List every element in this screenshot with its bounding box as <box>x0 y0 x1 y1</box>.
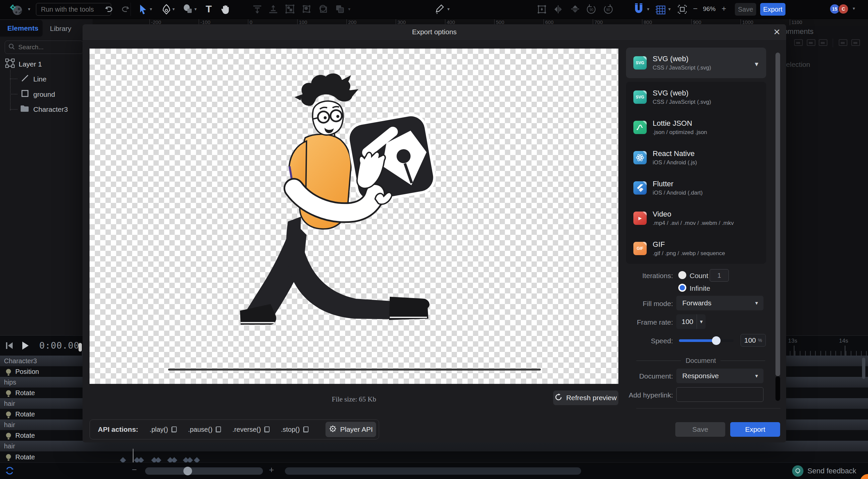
snapping-chevron-icon[interactable]: ▾ <box>647 7 649 11</box>
document-value: Responsive <box>682 372 719 380</box>
pen-tool-icon[interactable] <box>162 4 171 14</box>
distribute-icon[interactable] <box>839 39 847 46</box>
fit-to-screen-icon[interactable] <box>677 4 688 14</box>
pencil-tool-icon[interactable] <box>435 4 445 14</box>
tab-elements[interactable]: Elements <box>0 20 42 37</box>
zoom-level[interactable]: 96% <box>703 5 716 13</box>
layer-search[interactable] <box>5 40 83 54</box>
copy-icon[interactable] <box>172 426 177 433</box>
transform-frame-icon[interactable] <box>536 4 547 14</box>
close-icon[interactable]: × <box>773 25 780 38</box>
app-logo-icon[interactable] <box>9 4 25 16</box>
zoom-in-button[interactable]: + <box>721 5 726 13</box>
skip-to-start-icon[interactable] <box>5 342 13 351</box>
snapping-magnet-icon[interactable] <box>633 3 644 15</box>
zoom-out-button[interactable]: − <box>693 5 698 13</box>
hand-tool-icon[interactable] <box>220 4 230 14</box>
logo-dropdown-chevron-icon[interactable]: ▾ <box>28 7 30 11</box>
modal-scrollbar-thumb[interactable] <box>775 376 780 401</box>
timeline-zoom-out[interactable]: − <box>132 466 137 474</box>
timeline-zoom-slider[interactable] <box>145 467 263 475</box>
boolean-ops-icon[interactable] <box>335 4 345 14</box>
undo-icon[interactable] <box>104 4 114 13</box>
save-button-modal[interactable]: Save <box>675 422 725 437</box>
pen-tool-chevron-icon[interactable]: ▾ <box>173 7 175 11</box>
format-subtitle: .gif / .png / .webp / sequence <box>653 250 725 257</box>
stopwatch-icon[interactable] <box>79 343 82 352</box>
flip-horizontal-icon[interactable] <box>553 4 563 14</box>
modal-scrollbar[interactable] <box>775 53 780 376</box>
format-dropdown-selected[interactable]: SVG SVG (web) CSS / JavaScript (.svg) ▼ <box>626 47 766 78</box>
send-feedback-button[interactable]: Send feedback <box>792 466 856 477</box>
distribute-icon[interactable] <box>851 39 860 46</box>
shape-tool-chevron-icon[interactable]: ▾ <box>194 7 197 11</box>
search-input[interactable] <box>18 43 75 51</box>
account-chevron-icon[interactable]: ▾ <box>853 6 855 11</box>
copy-icon[interactable] <box>216 426 221 433</box>
frame-rate-dropdown[interactable]: 100 ▼ <box>676 314 706 329</box>
align-icon[interactable] <box>794 39 803 46</box>
export-button-modal[interactable]: Export <box>730 422 780 437</box>
format-option-flutter[interactable]: Flutter iOS / Android (.dart) <box>626 173 766 203</box>
grid-icon[interactable] <box>654 3 666 15</box>
align-icon[interactable] <box>807 39 815 46</box>
redo-icon[interactable] <box>121 4 130 13</box>
grid-chevron-icon[interactable]: ▾ <box>668 7 671 11</box>
ungroup-icon[interactable] <box>302 4 312 14</box>
format-option-video[interactable]: ▶ Video .mp4 / .avi / .mov / .webm / .mk… <box>626 203 766 233</box>
speed-value-box[interactable]: 100 % <box>741 334 766 347</box>
format-option-lottie[interactable]: Lottie JSON .json / optimized .json <box>626 112 766 142</box>
layer-item-ground[interactable]: ground <box>21 89 55 99</box>
user-avatar[interactable]: C <box>838 4 849 14</box>
select-tool-chevron-icon[interactable]: ▾ <box>150 7 152 11</box>
speed-label: Speed: <box>602 337 673 345</box>
keyframe-pin-icon <box>6 369 11 374</box>
format-option-gif[interactable]: GIF GIF .gif / .png / .webp / sequence <box>626 233 766 263</box>
count-radio[interactable] <box>678 271 686 279</box>
layer-item-layer1[interactable]: Layer 1 <box>5 59 42 69</box>
infinite-radio[interactable] <box>678 284 686 292</box>
text-tool-icon[interactable]: T <box>206 3 212 14</box>
fill-mode-dropdown[interactable]: Forwards ▼ <box>676 296 764 310</box>
timeline-scrollbar-horizontal[interactable] <box>285 467 581 475</box>
speed-slider[interactable] <box>679 339 734 342</box>
align-top-icon[interactable] <box>252 4 262 14</box>
timeline-zoom-in[interactable]: + <box>269 466 274 474</box>
layer-item-character3[interactable]: Character3 <box>20 104 68 114</box>
play-icon[interactable] <box>21 341 29 352</box>
timeline-row-property[interactable]: Rotate <box>0 451 868 463</box>
flip-vertical-icon[interactable] <box>570 4 581 14</box>
tab-library[interactable]: Library <box>50 25 71 33</box>
run-with-tools-input[interactable] <box>36 3 111 15</box>
hyperlink-input[interactable] <box>676 387 764 402</box>
boolean-ops-chevron-icon[interactable]: ▾ <box>348 7 350 11</box>
shape-tool-icon[interactable] <box>183 4 193 14</box>
mask-icon[interactable] <box>318 4 328 14</box>
copy-icon[interactable] <box>303 426 309 433</box>
document-dropdown[interactable]: Responsive ▼ <box>676 369 764 383</box>
save-button-topbar[interactable]: Save <box>735 3 756 15</box>
format-badge: SVG <box>636 61 644 65</box>
rotate-cw-90-icon[interactable]: 90 <box>602 4 614 15</box>
pencil-tool-chevron-icon[interactable]: ▾ <box>447 7 450 11</box>
rotate-ccw-90-icon[interactable]: 90 <box>586 4 597 15</box>
timeline-zoom-thumb[interactable] <box>183 467 192 475</box>
layer-item-line[interactable]: Line <box>21 74 46 84</box>
group-selection-icon[interactable] <box>285 4 295 14</box>
promo-corner-button[interactable] <box>860 474 868 479</box>
folder-icon <box>20 104 29 114</box>
align-icon[interactable] <box>819 39 827 46</box>
copy-icon[interactable] <box>264 426 270 433</box>
export-button-topbar[interactable]: Export <box>760 3 785 15</box>
timeline-ruler-label: 13s <box>788 338 797 344</box>
align-bottom-icon[interactable] <box>268 4 278 14</box>
loop-playback-icon[interactable] <box>5 467 14 476</box>
chat-bubble-icon <box>792 466 803 477</box>
format-option-svg[interactable]: SVG SVG (web) CSS / JavaScript (.svg) <box>626 82 766 112</box>
player-api-button[interactable]: Player API <box>326 422 376 437</box>
select-tool-icon[interactable] <box>139 4 148 14</box>
timeline-scrollbar-vertical[interactable] <box>862 358 865 379</box>
speed-slider-thumb[interactable] <box>712 336 720 345</box>
count-input[interactable] <box>710 269 729 282</box>
format-option-react-native[interactable]: React Native iOS / Android (.js) <box>626 142 766 173</box>
